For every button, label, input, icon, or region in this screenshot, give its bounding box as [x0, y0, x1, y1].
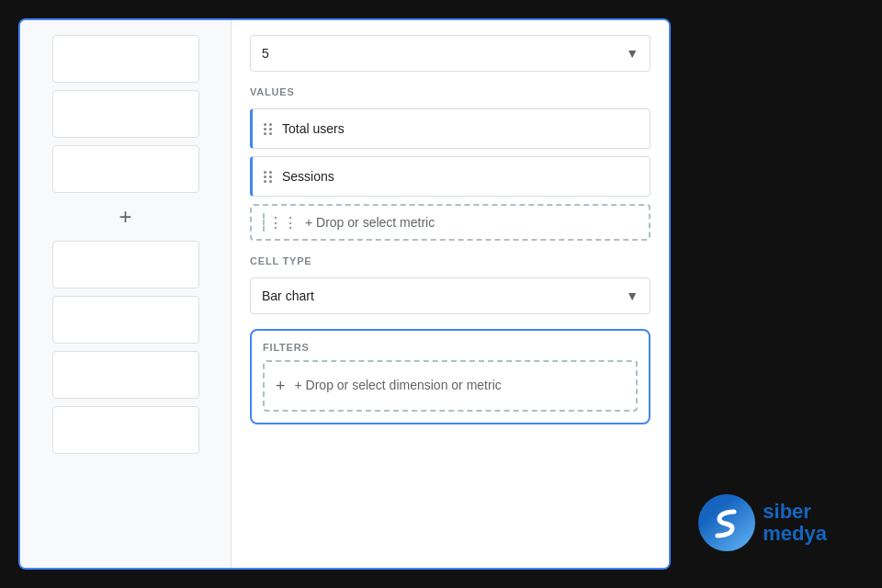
- sidebar-item-1: [52, 35, 199, 83]
- filters-plus-icon: +: [276, 377, 286, 396]
- sessions-label: Sessions: [282, 169, 334, 184]
- logo-brand: siber: [763, 501, 827, 523]
- sidebar-item-2: [52, 90, 199, 138]
- filters-drop-label: + Drop or select dimension or metric: [295, 377, 502, 395]
- logo-sub: medya: [763, 523, 827, 545]
- cell-type-dropdown[interactable]: Bar chart ▼: [250, 277, 650, 314]
- drop-zone-icon: ⋮⋮: [263, 213, 298, 232]
- total-users-label: Total users: [282, 121, 345, 136]
- cell-type-arrow-icon: ▼: [626, 288, 639, 303]
- sessions-chip[interactable]: Sessions: [250, 156, 650, 197]
- sidebar-item-4: [52, 241, 199, 288]
- filters-drop-zone[interactable]: + + Drop or select dimension or metric: [263, 360, 638, 412]
- add-button[interactable]: +: [119, 204, 131, 230]
- values-section: VALUES Total users: [250, 86, 650, 241]
- drop-zone-label: + Drop or select metric: [305, 215, 435, 230]
- logo-text-group: siber medya: [763, 501, 827, 545]
- logo-svg: [707, 503, 747, 543]
- cell-type-section: CELL TYPE Bar chart ▼: [250, 255, 650, 314]
- dropdown-arrow-icon: ▼: [626, 46, 639, 61]
- drag-icon: [264, 123, 273, 135]
- number-dropdown[interactable]: 5 ▼: [250, 35, 650, 72]
- sidebar-item-3: [52, 145, 199, 193]
- cell-type-value: Bar chart: [262, 288, 314, 303]
- number-value: 5: [262, 46, 269, 61]
- sidebar-item-5: [52, 296, 199, 344]
- logo-icon: [698, 494, 755, 551]
- values-label: VALUES: [250, 86, 650, 97]
- number-dropdown-row: 5 ▼: [250, 35, 650, 72]
- filters-section: FILTERS + + Drop or select dimension or …: [250, 329, 650, 424]
- filters-label: FILTERS: [263, 342, 638, 353]
- config-panel: 5 ▼ VALUES Total users: [232, 20, 669, 568]
- metric-drop-zone[interactable]: ⋮⋮ + Drop or select metric: [250, 204, 650, 241]
- sidebar-item-6: [52, 351, 199, 399]
- cell-type-label: CELL TYPE: [250, 255, 650, 266]
- total-users-chip[interactable]: Total users: [250, 108, 650, 149]
- drag-icon-2: [264, 171, 273, 183]
- sidebar-item-7: [52, 406, 199, 454]
- left-sidebar: +: [20, 20, 232, 568]
